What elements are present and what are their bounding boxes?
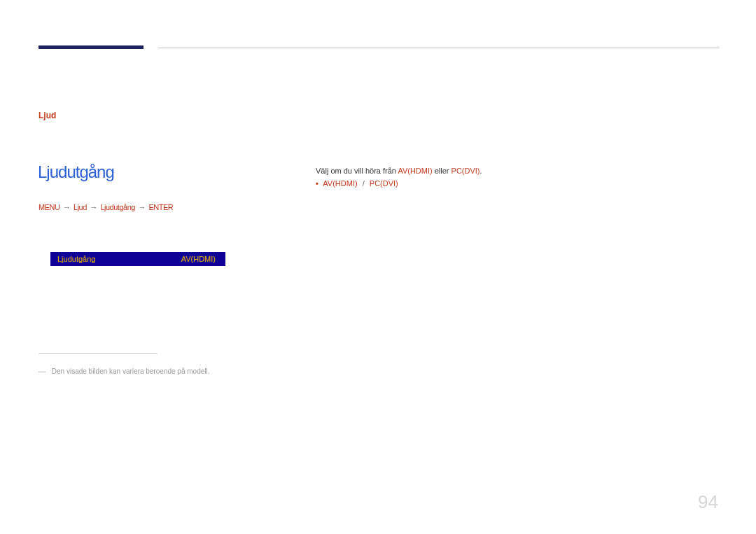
dash-icon: ―	[38, 367, 46, 375]
desc-pre: Välj om du vill höra från	[316, 167, 398, 175]
menu-label: MENU	[38, 203, 59, 211]
header-accent-bar	[38, 45, 144, 49]
menu-option-value: AV(HDMI)	[181, 255, 225, 263]
opt-a: AV(HDMI)	[323, 179, 357, 188]
chevron-right-icon: →	[90, 203, 97, 211]
description-line-1: Välj om du vill höra från AV(HDMI) eller…	[316, 167, 482, 175]
menu-option-label: Ljudutgång	[50, 255, 181, 263]
desc-mid: eller	[433, 167, 451, 175]
footnote-text: Den visade bilden kan variera beroende p…	[52, 367, 210, 375]
footnote: ― Den visade bilden kan variera beroende…	[38, 367, 209, 375]
desc-opt-b: PC(DVI)	[451, 167, 480, 175]
condition-line: Ljud	[38, 111, 56, 120]
opt-b: PC(DVI)	[370, 179, 398, 188]
chevron-right-icon: →	[138, 203, 146, 211]
desc-post: .	[480, 167, 482, 175]
menu-step-1: Ljud	[74, 203, 87, 211]
footnote-rule	[38, 353, 158, 354]
enter-label: ENTER	[149, 203, 174, 211]
bullet-icon: •	[316, 179, 318, 188]
page-number: 94	[698, 491, 718, 513]
condition-text: Ljud	[38, 111, 56, 120]
desc-opt-a: AV(HDMI)	[398, 167, 432, 175]
header-rule	[158, 48, 720, 48]
description-line-2: • AV(HDMI) / PC(DVI)	[316, 179, 398, 188]
menu-step-2: Ljudutgång	[100, 203, 134, 211]
slash-sep: /	[363, 179, 365, 188]
menu-option-row[interactable]: Ljudutgång AV(HDMI)	[50, 252, 225, 266]
chevron-right-icon: →	[63, 203, 71, 211]
menu-path: MENU → Ljud → Ljudutgång → ENTER	[38, 203, 173, 211]
page-title: Ljudutgång	[38, 162, 114, 182]
